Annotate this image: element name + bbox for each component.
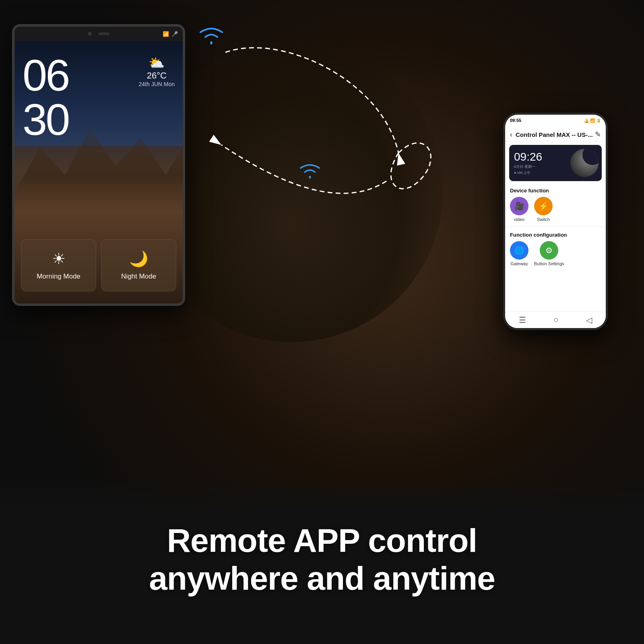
button-settings-icon-circle: ⚙ bbox=[540, 241, 558, 260]
tablet-minutes: 30 bbox=[23, 97, 68, 142]
wifi-signal-tablet bbox=[197, 24, 225, 50]
button-settings-icon: ⚙ bbox=[545, 246, 553, 255]
button-settings-label: Button Settings bbox=[534, 261, 564, 266]
tablet-top-bar: 📶 🎤 bbox=[14, 27, 183, 41]
weather-date: 24th JUN Mon bbox=[139, 81, 175, 87]
gateway-label: Gateway bbox=[510, 261, 528, 266]
room-background bbox=[141, 40, 443, 342]
bottom-line1: Remote APP control bbox=[149, 522, 495, 559]
phone-status-icons: 🔔 📶 🔋 bbox=[584, 118, 601, 123]
morning-mode-label: Morning Mode bbox=[37, 272, 80, 281]
weather-icon: ⛅ bbox=[139, 55, 175, 70]
phone-screen: ‹ Control Panel MAX -- US-... ✎ 09:26 6月… bbox=[505, 126, 606, 328]
back-button[interactable]: ‹ bbox=[510, 130, 512, 139]
tablet-screen-outer: 📶 🎤 06 30 ⛅ 26°C 24th JUN Mon ☀ bbox=[12, 24, 185, 306]
switch-icon: ⚡ bbox=[539, 201, 549, 211]
gateway-icon-circle: 🌐 bbox=[510, 241, 528, 260]
video-function-item[interactable]: 🎥 video bbox=[510, 197, 528, 222]
phone-header: ‹ Control Panel MAX -- US-... ✎ bbox=[505, 126, 606, 142]
video-icon-circle: 🎥 bbox=[510, 197, 528, 215]
home-nav-icon[interactable]: ○ bbox=[553, 315, 558, 324]
phone-time: 09:55 bbox=[510, 118, 521, 123]
bottom-headline: Remote APP control anywhere and anytime bbox=[149, 522, 495, 598]
tablet-status-icons: 📶 🎤 bbox=[163, 31, 178, 37]
tablet-time-display: 06 30 bbox=[23, 53, 68, 142]
night-mode-label: Night Mode bbox=[121, 272, 156, 281]
section-divider bbox=[505, 227, 606, 227]
tablet-hours: 06 bbox=[23, 53, 68, 97]
bottom-line2: anywhere and anytime bbox=[149, 559, 495, 597]
device-preview-date2: ● AM 上午 bbox=[514, 170, 542, 175]
device-preview-time: 09:26 bbox=[514, 151, 542, 163]
wifi-signal-phone bbox=[298, 161, 322, 184]
weather-temperature: 26°C bbox=[139, 70, 175, 81]
phone-screen-outer: 09:55 🔔 📶 🔋 ‹ Control Panel MAX -- US-..… bbox=[503, 113, 608, 330]
tablet-screen: 06 30 ⛅ 26°C 24th JUN Mon ☀ Morning Mode… bbox=[14, 41, 183, 303]
switch-icon-circle: ⚡ bbox=[534, 197, 553, 215]
switch-function-item[interactable]: ⚡ Switch bbox=[534, 197, 553, 222]
button-settings-function-item[interactable]: ⚙ Button Settings bbox=[534, 241, 564, 266]
morning-mode-button[interactable]: ☀ Morning Mode bbox=[21, 239, 96, 291]
device-function-grid: 🎥 video ⚡ Switch bbox=[505, 195, 606, 225]
tablet-device: 📶 🎤 06 30 ⛅ 26°C 24th JUN Mon ☀ bbox=[12, 24, 185, 338]
video-label: video bbox=[514, 217, 524, 222]
night-mode-icon: 🌙 bbox=[129, 250, 148, 268]
video-icon: 🎥 bbox=[514, 201, 524, 211]
morning-mode-icon: ☀ bbox=[52, 250, 66, 268]
device-function-header: Device function bbox=[505, 184, 606, 195]
function-config-header: Function configuration bbox=[505, 229, 606, 239]
gateway-icon: 🌐 bbox=[514, 246, 524, 255]
tablet-weather: ⛅ 26°C 24th JUN Mon bbox=[139, 55, 175, 87]
switch-label: Switch bbox=[537, 217, 550, 222]
device-preview-date1: 6月日 星期一 bbox=[514, 164, 542, 169]
tablet-mic bbox=[98, 33, 109, 35]
device-preview-moon bbox=[570, 149, 599, 177]
back-nav-icon[interactable]: ◁ bbox=[586, 315, 592, 325]
tablet-camera bbox=[88, 32, 92, 36]
tablet-modes: ☀ Morning Mode 🌙 Night Mode bbox=[21, 239, 176, 291]
gateway-function-item[interactable]: 🌐 Gateway bbox=[510, 241, 528, 266]
edit-button[interactable]: ✎ bbox=[595, 130, 601, 139]
menu-nav-icon[interactable]: ☰ bbox=[519, 315, 526, 325]
function-config-grid: 🌐 Gateway ⚙ Button Settings bbox=[505, 239, 606, 269]
phone-app-title: Control Panel MAX -- US-... bbox=[516, 131, 595, 138]
phone-bottom-nav: ☰ ○ ◁ bbox=[505, 311, 606, 328]
phone-status-bar: 09:55 🔔 📶 🔋 bbox=[505, 115, 606, 126]
bottom-text-section: Remote APP control anywhere and anytime bbox=[0, 475, 644, 644]
device-preview-card: 09:26 6月日 星期一 ● AM 上午 bbox=[509, 145, 602, 181]
phone-device: 09:55 🔔 📶 🔋 ‹ Control Panel MAX -- US-..… bbox=[503, 113, 608, 338]
night-mode-button[interactable]: 🌙 Night Mode bbox=[101, 239, 176, 291]
